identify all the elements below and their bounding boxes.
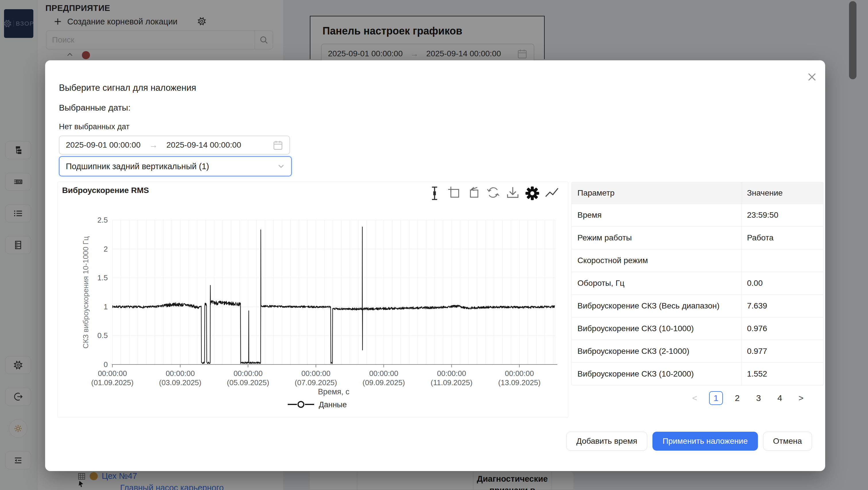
arrow-right-icon: → — [149, 140, 158, 150]
calendar-icon — [273, 140, 283, 150]
svg-text:(11.09.2025): (11.09.2025) — [431, 378, 472, 387]
value-cell: Работа — [742, 227, 823, 249]
download-icon[interactable] — [505, 185, 520, 201]
value-cell: 7.639 — [742, 295, 823, 317]
modal-title: Выберите сигнал для наложения — [59, 83, 196, 93]
svg-text:00:00:00: 00:00:00 — [234, 369, 262, 378]
svg-text:00:00:00: 00:00:00 — [369, 369, 398, 378]
table-row: Время23:59:50 — [572, 204, 823, 226]
param-cell: Виброускорение СКЗ (10-2000) — [572, 363, 742, 385]
svg-text:Данные: Данные — [319, 400, 347, 409]
svg-text:00:00:00: 00:00:00 — [98, 369, 127, 378]
pagination-page-2[interactable]: 2 — [730, 391, 744, 405]
param-cell: Время — [572, 204, 742, 226]
pagination: <1234> — [688, 391, 808, 405]
parameters-table: ПараметрЗначениеВремя23:59:50Режим работ… — [571, 182, 824, 386]
svg-text:1: 1 — [104, 302, 108, 311]
modal-actions: Добавить время Применить наложение Отмен… — [566, 432, 812, 451]
svg-text:(05.09.2025): (05.09.2025) — [227, 378, 269, 387]
chart-title: Виброускорение RMS — [62, 186, 149, 195]
page-scrollbar-thumb[interactable] — [849, 1, 857, 79]
param-cell: Обороты, Гц — [572, 272, 742, 294]
param-cell: Скоростной режим — [572, 249, 742, 272]
svg-text:Время, с: Время, с — [318, 388, 349, 396]
value-cell: 23:59:50 — [742, 204, 823, 226]
param-cell: Режим работы — [572, 227, 742, 249]
svg-text:00:00:00: 00:00:00 — [437, 369, 466, 378]
chart-legend: Данные — [288, 400, 347, 409]
table-row: Виброускорение СКЗ (Весь диапазон)7.639 — [572, 294, 823, 317]
add-time-button[interactable]: Добавить время — [566, 432, 647, 451]
table-row: Виброускорение СКЗ (2-1000)0.977 — [572, 340, 823, 362]
svg-text:(01.09.2025): (01.09.2025) — [91, 378, 133, 387]
table-row: Режим работыРабота — [572, 226, 823, 249]
col-header-parameter: Параметр — [572, 183, 742, 204]
date-from-value: 2025-09-01 00:00:00 — [66, 140, 141, 150]
pagination-prev[interactable]: < — [688, 391, 702, 405]
pagination-page-1[interactable]: 1 — [709, 391, 723, 405]
date-to-value: 2025-09-14 00:00:00 — [166, 140, 241, 150]
zoom-reset-icon[interactable] — [466, 185, 481, 201]
slider-zoom-icon[interactable] — [427, 185, 442, 201]
pagination-next[interactable]: > — [794, 391, 808, 405]
svg-text:(13.09.2025): (13.09.2025) — [498, 378, 540, 387]
date-range-picker[interactable]: 2025-09-01 00:00:00 → 2025-09-14 00:00:0… — [59, 136, 290, 155]
signal-overlay-modal: Выберите сигнал для наложения Выбранные … — [45, 60, 825, 471]
col-header-value: Значение — [742, 183, 823, 204]
signal-select-value: Подшипник задний вертикальный (1) — [66, 162, 209, 171]
svg-text:СКЗ виброускорения 10-1000 Гц: СКЗ виброускорения 10-1000 Гц — [81, 236, 90, 349]
svg-text:2.5: 2.5 — [97, 216, 108, 224]
chevron-down-icon — [277, 163, 285, 170]
svg-text:(07.09.2025): (07.09.2025) — [294, 378, 337, 387]
svg-text:00:00:00: 00:00:00 — [301, 369, 330, 378]
svg-text:00:00:00: 00:00:00 — [505, 369, 534, 378]
signal-select[interactable]: Подшипник задний вертикальный (1) — [59, 156, 292, 176]
table-row: Скоростной режим — [572, 249, 823, 272]
svg-text:1.5: 1.5 — [97, 273, 108, 282]
selected-dates-label: Выбранные даты: — [59, 103, 130, 112]
param-cell: Виброускорение СКЗ (Весь диапазон) — [572, 295, 742, 317]
svg-text:0.5: 0.5 — [97, 331, 108, 340]
chart-toolbar — [427, 185, 559, 201]
cancel-button[interactable]: Отмена — [763, 432, 812, 451]
zoom-box-icon[interactable] — [447, 185, 462, 201]
pagination-page-3[interactable]: 3 — [752, 391, 765, 405]
value-cell: 1.552 — [742, 363, 823, 385]
table-row: Обороты, Гц0.00 — [572, 272, 823, 294]
value-cell: 0.00 — [742, 272, 823, 294]
value-cell — [742, 249, 823, 272]
param-cell: Виброускорение СКЗ (10-1000) — [572, 317, 742, 340]
pagination-page-4[interactable]: 4 — [773, 391, 787, 405]
table-row: Виброускорение СКЗ (10-1000)0.976 — [572, 317, 823, 340]
value-cell: 0.977 — [742, 340, 823, 362]
restore-icon[interactable] — [486, 185, 501, 201]
chart-card: Виброускорение RMS 00.511.522.500:00:00(… — [58, 182, 568, 418]
line-chart[interactable]: 00.511.522.500:00:00(01.09.2025)00:00:00… — [58, 182, 568, 417]
no-dates-text: Нет выбранных дат — [59, 122, 130, 131]
page-root: ВЗОР ПРЕДПРИЯТИЕ Создание корневой локац… — [0, 0, 868, 490]
param-cell: Виброускорение СКЗ (2-1000) — [572, 340, 742, 362]
svg-text:0: 0 — [104, 360, 108, 369]
svg-text:(09.09.2025): (09.09.2025) — [363, 378, 405, 387]
table-row: Виброускорение СКЗ (10-2000)1.552 — [572, 362, 823, 385]
svg-text:00:00:00: 00:00:00 — [165, 369, 194, 378]
close-icon[interactable] — [806, 71, 818, 83]
chart-settings-icon[interactable] — [525, 185, 540, 201]
apply-overlay-button[interactable]: Применить наложение — [652, 432, 757, 451]
table-header-row: ПараметрЗначение — [572, 183, 823, 204]
svg-text:(03.09.2025): (03.09.2025) — [159, 378, 201, 387]
value-cell: 0.976 — [742, 317, 823, 340]
line-type-icon[interactable] — [545, 185, 559, 201]
svg-text:2: 2 — [104, 245, 108, 253]
